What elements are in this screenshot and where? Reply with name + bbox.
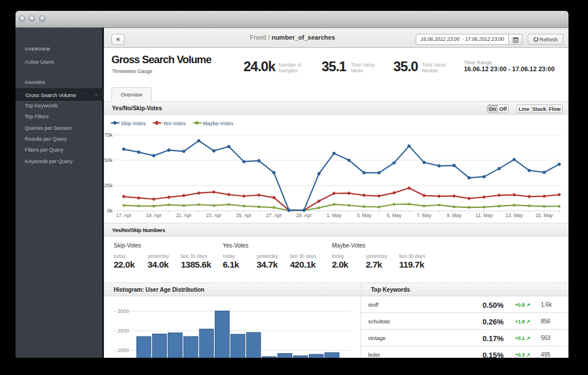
svg-text:11. May: 11. May <box>475 212 493 218</box>
svg-text:13. May: 13. May <box>505 212 523 218</box>
svg-text:- 3000: - 3000 <box>114 308 129 314</box>
svg-text:7. May: 7. May <box>417 212 432 218</box>
svg-text:0k: 0k <box>107 208 113 214</box>
svg-text:17. Apr: 17. Apr <box>116 212 131 218</box>
svg-text:19. Apr: 19. Apr <box>146 212 161 218</box>
svg-text:21. Apr: 21. Apr <box>176 212 192 218</box>
svg-text:15. May: 15. May <box>536 212 554 218</box>
svg-text:1. May: 1. May <box>327 212 342 218</box>
svg-text:3. May: 3. May <box>357 212 372 218</box>
svg-text:- 2000: - 2000 <box>114 347 129 353</box>
svg-text:50k: 50k <box>104 157 113 163</box>
svg-text:29. Apr: 29. Apr <box>296 212 312 218</box>
svg-text:25k: 25k <box>104 183 113 188</box>
svg-text:27. Apr: 27. Apr <box>266 212 282 218</box>
svg-text:75k: 75k <box>104 132 113 138</box>
svg-text:5. May: 5. May <box>386 212 401 218</box>
svg-text:25. Apr: 25. Apr <box>236 212 252 218</box>
svg-text:9. May: 9. May <box>447 212 462 218</box>
svg-text:23. Apr: 23. Apr <box>206 212 222 218</box>
svg-text:- 2500: - 2500 <box>114 328 129 334</box>
